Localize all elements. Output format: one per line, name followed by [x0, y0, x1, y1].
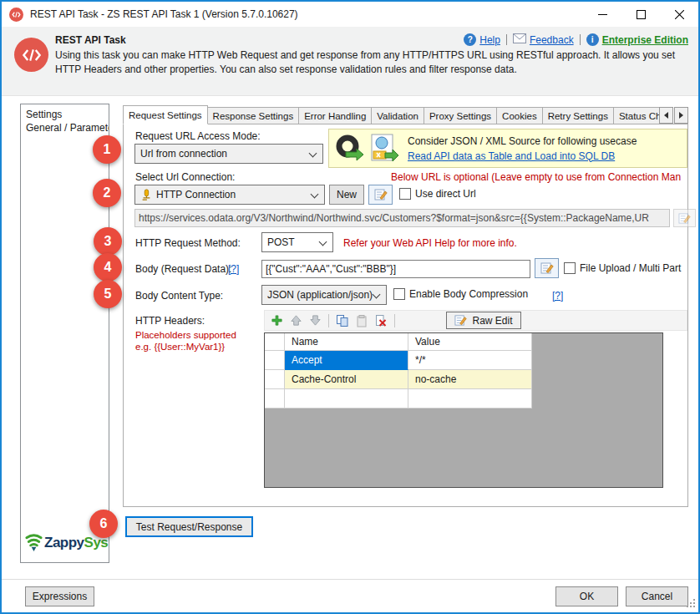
edit-pencil-icon — [374, 188, 388, 201]
header-value-cell[interactable]: no-cache — [408, 370, 532, 389]
body-compression-checkbox[interactable]: Enable Body Compression — [393, 288, 528, 300]
header-value-cell[interactable]: */* — [408, 351, 532, 370]
header-banner: REST API Task Using this task you can ma… — [2, 27, 698, 96]
xml-export-icon — [368, 133, 399, 165]
http-method-dropdown[interactable]: POST — [261, 232, 333, 252]
url-connection-value: HTTP Connection — [156, 189, 236, 200]
row-selector[interactable] — [265, 370, 285, 389]
placeholders-hint-line1: Placeholders supported — [135, 330, 236, 340]
request-url-field[interactable] — [134, 209, 670, 227]
row-selector[interactable] — [265, 389, 285, 408]
use-direct-url-label: Use direct Url — [415, 188, 476, 200]
sidebar-item-general-parameters[interactable]: General / Paramete — [26, 121, 109, 134]
tab-cookies[interactable]: Cookies — [497, 107, 543, 124]
mail-icon — [513, 33, 526, 46]
sidebar-item-settings[interactable]: Settings — [26, 108, 109, 121]
tab-proxy-settings[interactable]: Proxy Settings — [424, 107, 497, 124]
test-request-response-button[interactable]: Test Request/Response — [125, 516, 253, 537]
toolbar-separator — [394, 314, 395, 327]
grid-column-name: Name — [285, 333, 408, 351]
task-title: REST API Task — [55, 34, 126, 46]
url-connection-dropdown[interactable]: HTTP Connection — [134, 185, 325, 205]
tab-scroll-arrows — [658, 107, 688, 124]
step-badge-6: 6 — [89, 510, 118, 538]
add-row-button[interactable] — [269, 313, 284, 328]
headers-toolbar: Raw Edit — [264, 310, 687, 331]
header-row-cache-control[interactable]: Cache-Control no-cache — [265, 370, 662, 389]
chevron-down-icon — [373, 291, 381, 299]
rest-api-task-dialog: REST API Task - ZS REST API Task 1 (Vers… — [0, 0, 700, 614]
edit-pencil-icon — [540, 261, 554, 275]
json-source-icon — [333, 133, 365, 165]
step-badge-4: 4 — [94, 253, 122, 282]
header-name-cell[interactable] — [285, 389, 408, 408]
enterprise-edition-link[interactable]: Enterprise Edition — [602, 34, 688, 46]
chevron-down-icon — [319, 238, 327, 246]
window-controls — [583, 2, 698, 27]
expressions-button[interactable]: Expressions — [25, 586, 94, 606]
body-content-type-label: Body Content Type: — [135, 290, 223, 302]
header-row-empty[interactable] — [265, 389, 662, 408]
tab-scroll-right-button[interactable] — [674, 107, 688, 124]
header-name-cell[interactable]: Cache-Control — [285, 370, 408, 389]
body-help-link[interactable]: [?] — [228, 263, 239, 275]
ok-button[interactable]: OK — [555, 586, 618, 606]
grid-column-value: Value — [408, 333, 532, 351]
copy-button[interactable] — [335, 313, 350, 328]
http-headers-grid: Name Value Accept */* Cache-Control no-c… — [264, 332, 663, 488]
raw-edit-button[interactable]: Raw Edit — [446, 312, 521, 329]
triangle-right-icon — [679, 112, 683, 119]
use-direct-url-checkbox[interactable]: Use direct Url — [399, 188, 476, 200]
minimize-button[interactable] — [583, 2, 621, 27]
new-connection-button[interactable]: New — [329, 185, 364, 205]
edit-pencil-icon — [454, 314, 467, 327]
row-selector[interactable] — [265, 351, 285, 370]
window-title: REST API Task - ZS REST API Task 1 (Vers… — [30, 8, 298, 20]
paste-button — [354, 313, 369, 328]
tab-request-settings[interactable]: Request Settings — [123, 105, 208, 124]
settings-sidebar: Settings General / Paramete ZappySys — [20, 104, 109, 563]
move-up-button[interactable] — [288, 313, 303, 328]
url-access-mode-label: Request URL Access Mode: — [135, 130, 261, 142]
toolbar-separator — [328, 314, 329, 327]
body-content-type-dropdown[interactable]: JSON (application/json) — [261, 285, 387, 305]
header-value-cell[interactable] — [408, 389, 532, 408]
info-box-link[interactable]: Read API data as Table and Load into SQL… — [408, 150, 615, 162]
move-down-button[interactable] — [307, 313, 322, 328]
file-upload-label: File Upload / Multi Part — [580, 262, 681, 274]
body-request-data-input[interactable] — [261, 260, 530, 278]
tab-validation[interactable]: Validation — [372, 107, 424, 124]
delete-row-button[interactable] — [373, 313, 388, 328]
cancel-button[interactable]: Cancel — [626, 586, 688, 606]
url-optional-warning: Below URL is optional (Leave empty to us… — [391, 171, 681, 183]
divider — [580, 34, 581, 45]
logo-text-zappy: Zappy — [44, 535, 84, 551]
tab-scroll-left-button[interactable] — [659, 107, 673, 124]
grid-header-row: Name Value — [265, 333, 662, 351]
url-access-mode-dropdown[interactable]: Url from connection — [134, 144, 323, 164]
resize-grip[interactable] — [685, 599, 695, 609]
body-content-type-value: JSON (application/json) — [267, 289, 373, 301]
feedback-link[interactable]: Feedback — [530, 34, 574, 46]
help-link[interactable]: Help — [479, 34, 500, 46]
chevron-down-icon — [311, 190, 319, 199]
maximize-button[interactable] — [621, 2, 660, 27]
request-settings-panel: Request URL Access Mode: Url from connec… — [123, 124, 688, 507]
file-upload-checkbox[interactable]: File Upload / Multi Part — [564, 262, 681, 274]
header-row-accept[interactable]: Accept */* — [265, 351, 662, 370]
step-badge-5: 5 — [94, 280, 122, 308]
tab-retry-settings[interactable]: Retry Settings — [543, 107, 614, 124]
edit-connection-button[interactable] — [368, 185, 393, 205]
tab-response-settings[interactable]: Response Settings — [208, 107, 300, 124]
header-name-cell[interactable]: Accept — [285, 351, 408, 370]
checkbox-box — [393, 288, 405, 300]
titlebar: REST API Task - ZS REST API Task 1 (Vers… — [2, 2, 698, 27]
body-request-data-label: Body (Request Data): — [135, 263, 231, 275]
tab-error-handling[interactable]: Error Handling — [299, 107, 372, 124]
close-button[interactable] — [660, 2, 698, 27]
step-badge-2: 2 — [93, 179, 121, 207]
http-request-method-label: HTTP Request Method: — [135, 237, 241, 249]
edit-body-button[interactable] — [535, 258, 559, 278]
triangle-left-icon — [664, 112, 668, 119]
content-type-help-link[interactable]: [?] — [552, 290, 563, 302]
